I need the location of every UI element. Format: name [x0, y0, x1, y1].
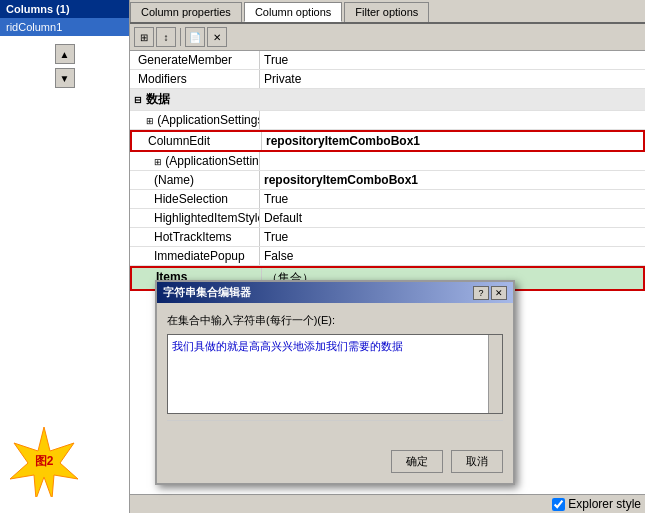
category-header-data: ⊟ 数据 [130, 89, 174, 110]
dialog-text-area[interactable]: 我们具做的就是高高兴兴地添加我们需要的数据 [168, 335, 488, 413]
explorer-style-checkbox[interactable] [552, 498, 565, 511]
column-item[interactable]: ridColumn1 [0, 18, 129, 36]
prop-value-immediate-popup: False [260, 247, 645, 265]
prop-hot-track-items[interactable]: HotTrackItems True [130, 228, 645, 247]
arrow-down-btn[interactable]: ▼ [55, 68, 75, 88]
tab-column-properties[interactable]: Column properties [130, 2, 242, 22]
dialog-confirm-btn[interactable]: 确定 [391, 450, 443, 473]
prop-name-appsettings-1: ⊞ (ApplicationSettings) [130, 111, 260, 129]
dialog-bottom-scrollbar[interactable] [167, 420, 503, 440]
dialog-textarea-wrapper: 我们具做的就是高高兴兴地添加我们需要的数据 [167, 334, 503, 414]
category-data-label: 数据 [146, 91, 170, 108]
prop-value-hide-selection: True [260, 190, 645, 208]
prop-value-appsettings-1 [260, 111, 645, 129]
dialog-body: 在集合中输入字符串(每行一个)(E): 我们具做的就是高高兴兴地添加我们需要的数… [157, 303, 513, 483]
delete-btn[interactable]: ✕ [207, 27, 227, 47]
prop-value-name: repositoryItemComboBox1 [260, 171, 645, 189]
tab-filter-options[interactable]: Filter options [344, 2, 429, 22]
dialog-help-btn[interactable]: ? [473, 286, 489, 300]
sort-categorized-btn[interactable]: ⊞ [134, 27, 154, 47]
tab-bar: Column properties Column options Filter … [130, 0, 645, 24]
bottom-bar: Explorer style [130, 494, 645, 513]
prop-name-generate-member: GenerateMember [130, 51, 260, 69]
property-pages-btn[interactable]: 📄 [185, 27, 205, 47]
sort-alphabetical-btn[interactable]: ↕ [156, 27, 176, 47]
prop-name-column-edit: ColumnEdit [132, 132, 262, 150]
expand-data-icon[interactable]: ⊟ [134, 95, 142, 105]
dialog-titlebar: 字符串集合编辑器 ? ✕ [157, 282, 513, 303]
prop-name-hide-selection: HideSelection [130, 190, 260, 208]
prop-hide-selection[interactable]: HideSelection True [130, 190, 645, 209]
expand-appsettings-1-icon[interactable]: ⊞ [146, 116, 154, 126]
dialog-text-content: 我们具做的就是高高兴兴地添加我们需要的数据 [172, 340, 403, 352]
prop-name-row[interactable]: (Name) repositoryItemComboBox1 [130, 171, 645, 190]
dialog-close-btn[interactable]: ✕ [491, 286, 507, 300]
dialog-cancel-btn[interactable]: 取消 [451, 450, 503, 473]
prop-value-generate-member: True [260, 51, 645, 69]
dialog-scrollbar[interactable] [488, 335, 502, 413]
arrow-controls: ▲ ▼ [0, 36, 129, 513]
prop-immediate-popup[interactable]: ImmediatePopup False [130, 247, 645, 266]
prop-name-hot-track-items: HotTrackItems [130, 228, 260, 246]
property-toolbar: ⊞ ↕ 📄 ✕ [130, 24, 645, 51]
prop-value-highlighted-item-style: Default [260, 209, 645, 227]
columns-title: Columns (1) [0, 0, 129, 18]
category-data[interactable]: ⊟ 数据 [130, 89, 645, 111]
explorer-style-option[interactable]: Explorer style [552, 497, 641, 511]
arrow-up-btn[interactable]: ▲ [55, 44, 75, 64]
prop-name-highlighted-item-style: HighlightedItemStyle [130, 209, 260, 227]
prop-name-immediate-popup: ImmediatePopup [130, 247, 260, 265]
toolbar-sep-1 [180, 28, 181, 46]
left-panel: Columns (1) ridColumn1 ▲ ▼ [0, 0, 130, 513]
string-collection-dialog[interactable]: 字符串集合编辑器 ? ✕ 在集合中输入字符串(每行一个)(E): 我们具做的就是… [155, 280, 515, 485]
prop-value-hot-track-items: True [260, 228, 645, 246]
explorer-style-label: Explorer style [568, 497, 641, 511]
prop-modifiers[interactable]: Modifiers Private [130, 70, 645, 89]
expand-appsettings-2-icon[interactable]: ⊞ [154, 157, 162, 167]
dialog-window-controls: ? ✕ [473, 286, 507, 300]
dialog-title: 字符串集合编辑器 [163, 285, 251, 300]
prop-appsettings-2[interactable]: ⊞ (ApplicationSettings) [130, 152, 645, 171]
prop-name-appsettings-2: ⊞ (ApplicationSettings) [130, 152, 260, 170]
prop-value-column-edit: repositoryItemComboBox1 [262, 132, 643, 150]
prop-column-edit[interactable]: ColumnEdit repositoryItemComboBox1 [130, 130, 645, 152]
prop-value-modifiers: Private [260, 70, 645, 88]
prop-generate-member[interactable]: GenerateMember True [130, 51, 645, 70]
prop-value-appsettings-2 [260, 152, 645, 170]
tab-column-options[interactable]: Column options [244, 2, 342, 22]
dialog-instruction-label: 在集合中输入字符串(每行一个)(E): [167, 313, 503, 328]
dialog-footer: 确定 取消 [167, 446, 503, 473]
prop-highlighted-item-style[interactable]: HighlightedItemStyle Default [130, 209, 645, 228]
prop-name-name: (Name) [130, 171, 260, 189]
prop-name-modifiers: Modifiers [130, 70, 260, 88]
prop-appsettings-1[interactable]: ⊞ (ApplicationSettings) [130, 111, 645, 130]
